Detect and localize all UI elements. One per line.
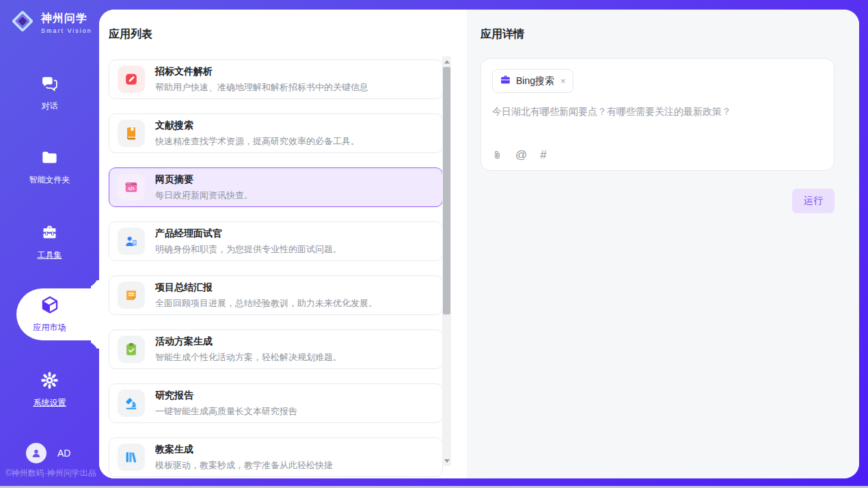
briefcase-icon [500, 74, 511, 88]
sidebar-item-settings[interactable]: 系统设置 [0, 368, 99, 411]
scrollbar-thumb[interactable] [443, 67, 450, 314]
sidebar-item-label: 对话 [42, 100, 58, 112]
toolbox-icon [40, 223, 59, 245]
app-card-pm-interviewer[interactable]: 产品经理面试官 明确身份和职责，为您提供专业性的面试问题。 [109, 221, 443, 261]
brand-subtitle: Smart Vision [41, 27, 92, 34]
cube-icon [40, 295, 59, 317]
app-description: 每日政府新闻资讯快查。 [155, 189, 253, 202]
app-card-project-summary[interactable]: 项目总结汇报 全面回顾项目进展，总结经验教训，助力未来优化发展。 [109, 275, 443, 315]
close-icon[interactable]: × [560, 76, 566, 86]
paperclip-icon[interactable] [492, 149, 502, 161]
tool-tag-label: Bing搜索 [516, 75, 554, 87]
app-card-event-plan[interactable]: 活动方案生成 智能生成个性化活动方案，轻松解决规划难题。 [109, 329, 443, 369]
app-name: 项目总结汇报 [155, 282, 377, 294]
folder-icon [40, 148, 59, 170]
sidebar: 神州问学 Smart Vision 对话 智能文件夹 工具集 应用市场 系统设置 [0, 0, 99, 488]
mention-icon[interactable]: @ [515, 149, 527, 161]
app-card-literature-search[interactable]: 文献搜索 快速精准查找学术资源，提高研究效率的必备工具。 [109, 113, 443, 153]
app-card-tender-analysis[interactable]: 招标文件解析 帮助用户快速、准确地理解和解析招标书中的关键信息 [109, 59, 443, 99]
copyright-footer: ©神州数码·神州问学出品 [5, 467, 96, 479]
sidebar-item-chat[interactable]: 对话 [0, 71, 99, 115]
scrollbar-up-arrow-icon[interactable] [442, 57, 451, 66]
sidebar-item-label: 应用市场 [33, 322, 66, 334]
app-description: 一键智能生成高质量长文本研究报告 [155, 405, 297, 418]
app-card-web-summary[interactable]: 网页摘要 每日政府新闻资讯快查。 [109, 167, 443, 207]
user-name: AD [57, 448, 70, 459]
brand-logo: 神州问学 Smart Vision [10, 8, 92, 37]
scrollbar-down-arrow-icon[interactable] [442, 457, 451, 465]
sidebar-item-toolset[interactable]: 工具集 [0, 220, 99, 264]
app-list: 招标文件解析 帮助用户快速、准确地理解和解析招标书中的关键信息 文献搜索 快速精… [109, 59, 443, 477]
sidebar-item-smart-folder[interactable]: 智能文件夹 [0, 145, 99, 189]
book-icon [118, 120, 145, 147]
brand-name: 神州问学 [41, 12, 92, 26]
app-name: 招标文件解析 [155, 66, 368, 78]
app-description: 帮助用户快速、准确地理解和解析招标书中的关键信息 [155, 81, 368, 94]
app-name: 文献搜索 [155, 120, 360, 132]
run-button[interactable]: 运行 [792, 189, 835, 213]
main-panel: 应用列表 招标文件解析 帮助用户快速、准确地理解和解析招标书中的关键信息 文献搜… [99, 10, 859, 478]
books-icon [118, 444, 145, 471]
app-list-scrollbar[interactable] [442, 56, 451, 466]
app-card-research-report[interactable]: 研究报告 一键智能生成高质量长文本研究报告 [109, 383, 443, 423]
app-list-title: 应用列表 [109, 27, 467, 42]
composer-toolbar: @ # [492, 149, 547, 161]
app-detail-title: 应用详情 [480, 27, 859, 42]
app-card-lesson-plan[interactable]: 教案生成 模板驱动，教案秒成，教学准备从此轻松快捷 [109, 437, 443, 477]
app-description: 模板驱动，教案秒成，教学准备从此轻松快捷 [155, 459, 333, 472]
clipboard-check-icon [118, 336, 145, 363]
prompt-card: Bing搜索 × 今日湖北有哪些新闻要点？有哪些需要关注的最新政策？ @ # [480, 58, 835, 171]
user-account[interactable]: AD [26, 443, 70, 463]
microscope-icon [118, 390, 145, 417]
app-description: 快速精准查找学术资源，提高研究效率的必备工具。 [155, 135, 360, 148]
sidebar-item-label: 智能文件夹 [29, 174, 70, 186]
sidebar-item-label: 系统设置 [33, 397, 66, 409]
app-name: 教案生成 [155, 444, 333, 456]
sidebar-item-label: 工具集 [38, 249, 62, 261]
app-description: 明确身份和职责，为您提供专业性的面试问题。 [155, 243, 342, 256]
app-detail-panel: 应用详情 Bing搜索 × 今日湖北有哪些新闻要点？有哪些需要关注的最新政策？ … [467, 10, 859, 478]
avatar [26, 443, 46, 463]
chat-icon [40, 74, 59, 96]
sidebar-item-app-market[interactable]: 应用市场 [0, 293, 99, 336]
diamond-logo-icon [10, 8, 36, 37]
hashtag-icon[interactable]: # [540, 149, 546, 161]
edit-document-icon [118, 66, 145, 93]
browser-code-icon [118, 174, 145, 201]
app-description: 智能生成个性化活动方案，轻松解决规划难题。 [155, 351, 342, 364]
app-name: 产品经理面试官 [155, 228, 342, 240]
gear-icon [40, 371, 59, 392]
prompt-question-text[interactable]: 今日湖北有哪些新闻要点？有哪些需要关注的最新政策？ [492, 106, 823, 118]
interviewer-icon [118, 228, 145, 255]
tool-tag-bing-search[interactable]: Bing搜索 × [492, 69, 573, 93]
app-list-panel: 应用列表 招标文件解析 帮助用户快速、准确地理解和解析招标书中的关键信息 文献搜… [99, 10, 467, 478]
app-description: 全面回顾项目进展，总结经验教训，助力未来优化发展。 [155, 297, 377, 310]
app-name: 网页摘要 [155, 174, 253, 186]
note-icon [118, 282, 145, 309]
app-name: 活动方案生成 [155, 336, 342, 348]
app-name: 研究报告 [155, 390, 297, 402]
